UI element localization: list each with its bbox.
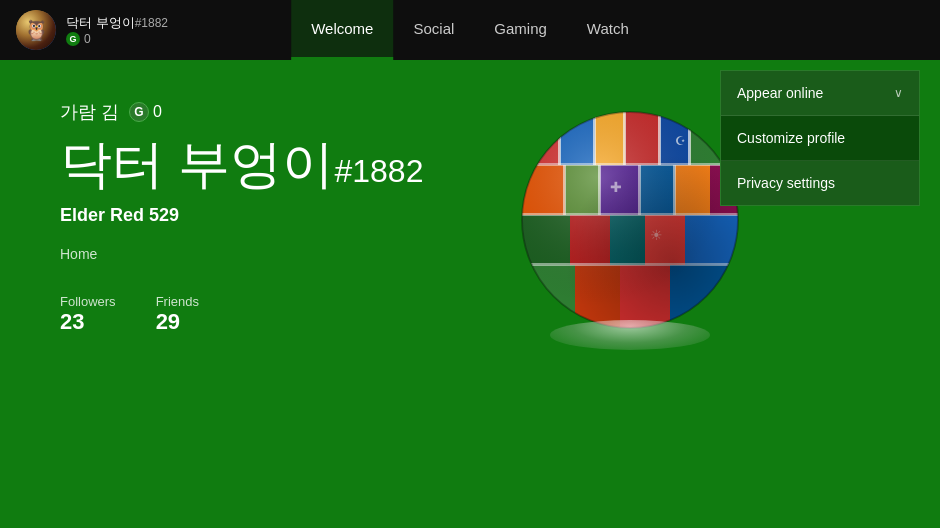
main-content: 가람 김 G 0 닥터 부엉이#1882 Elder Red 529 Home … xyxy=(0,60,940,528)
topbar-username: 닥터 부엉이#1882 xyxy=(66,14,168,32)
stat-friends: Friends 29 xyxy=(156,294,199,335)
avatar[interactable]: 🦉 xyxy=(16,10,56,50)
topbar-gamerscore: G 0 xyxy=(66,32,168,46)
nav-item-welcome[interactable]: Welcome xyxy=(291,0,393,60)
topbar-username-hash: #1882 xyxy=(135,16,168,30)
stat-followers: Followers 23 xyxy=(60,294,116,335)
dropdown-item-customize-profile[interactable]: Customize profile xyxy=(721,116,919,161)
topbar-nav: Welcome Social Gaming Watch xyxy=(291,0,649,60)
dropdown-menu: Appear online ∨ Customize profile Privac… xyxy=(720,70,920,206)
topbar: 🦉 닥터 부엉이#1882 G 0 Welcome Social Gaming … xyxy=(0,0,940,60)
topbar-gamerscore-value: 0 xyxy=(84,32,91,46)
gamerscore-icon: G xyxy=(66,32,80,46)
svg-text:★: ★ xyxy=(535,131,549,148)
friends-label: Friends xyxy=(156,294,199,309)
privacy-settings-label: Privacy settings xyxy=(737,175,835,191)
topbar-username-text: 닥터 부엉이 xyxy=(66,15,135,30)
dropdown-item-appear-online[interactable]: Appear online ∨ xyxy=(721,71,919,116)
dropdown-item-privacy-settings[interactable]: Privacy settings xyxy=(721,161,919,205)
nav-item-social[interactable]: Social xyxy=(393,0,474,60)
followers-label: Followers xyxy=(60,294,116,309)
profile-gamerscore-value: 0 xyxy=(153,103,162,121)
chevron-down-icon: ∨ xyxy=(894,86,903,100)
profile-gamertag-text: 닥터 부엉이 xyxy=(60,135,334,193)
appear-online-label: Appear online xyxy=(737,85,823,101)
customize-profile-label: Customize profile xyxy=(737,130,845,146)
profile-real-name: 가람 김 xyxy=(60,100,119,124)
avatar-image: 🦉 xyxy=(16,10,56,50)
nav-item-watch[interactable]: Watch xyxy=(567,0,649,60)
topbar-user-info: 닥터 부엉이#1882 G 0 xyxy=(66,14,168,46)
globe-image: ★ ☪ ✚ ☀ xyxy=(520,110,740,330)
nav-item-gaming[interactable]: Gaming xyxy=(474,0,567,60)
profile-g-icon: G xyxy=(129,102,149,122)
friends-value: 29 xyxy=(156,309,199,335)
profile-gamerscore-container: G 0 xyxy=(129,102,162,122)
followers-value: 23 xyxy=(60,309,116,335)
globe-base xyxy=(550,320,710,350)
profile-gamertag-hash: #1882 xyxy=(334,153,423,189)
svg-point-41 xyxy=(522,112,738,328)
